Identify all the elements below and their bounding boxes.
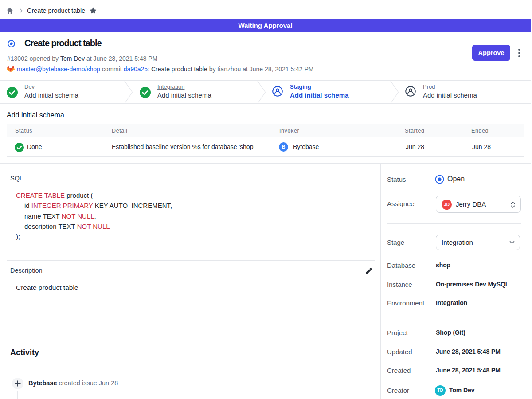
svg-text:B: B	[282, 145, 285, 149]
